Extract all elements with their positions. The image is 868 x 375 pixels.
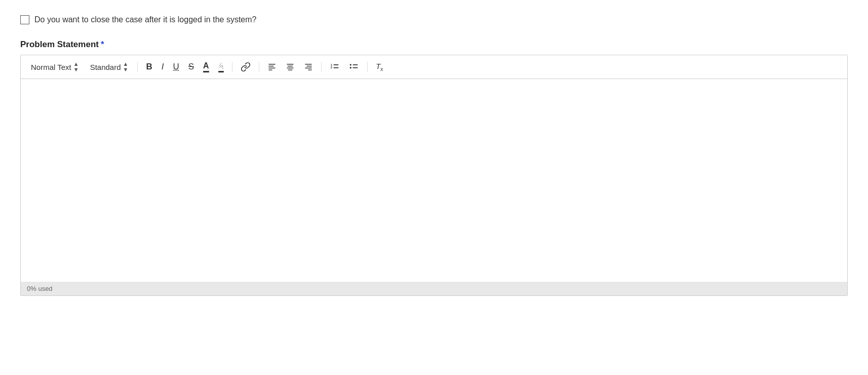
- svg-rect-19: [353, 67, 358, 68]
- svg-rect-8: [305, 64, 312, 65]
- text-color-bar: [203, 71, 209, 72]
- link-button[interactable]: [238, 60, 254, 74]
- divider-4: [321, 62, 322, 72]
- align-center-button[interactable]: [283, 60, 298, 73]
- underline-button[interactable]: U: [170, 60, 182, 74]
- svg-text:2: 2: [331, 66, 333, 69]
- usage-text: 0% used: [27, 285, 53, 292]
- svg-rect-5: [288, 66, 293, 67]
- svg-rect-14: [334, 64, 339, 65]
- svg-point-17: [350, 67, 351, 68]
- svg-rect-7: [288, 69, 293, 70]
- divider-1: [137, 62, 138, 72]
- divider-3: [259, 62, 259, 72]
- svg-rect-4: [287, 64, 294, 65]
- highlight-bar: [218, 71, 224, 72]
- divider-5: [367, 62, 368, 72]
- problem-statement-label: Problem Statement*: [20, 40, 848, 50]
- text-style-select[interactable]: Normal Text ▲▼: [27, 59, 83, 74]
- svg-rect-9: [306, 66, 312, 67]
- text-color-button[interactable]: A: [200, 59, 212, 74]
- italic-button[interactable]: I: [159, 60, 167, 74]
- svg-rect-15: [334, 67, 339, 68]
- editor-footer: 0% used: [21, 282, 847, 295]
- highlight-button[interactable]: A: [215, 60, 227, 74]
- bullet-list-button[interactable]: [346, 60, 362, 74]
- numbered-list-button[interactable]: 1 2: [327, 60, 343, 74]
- svg-rect-10: [305, 68, 312, 69]
- svg-rect-11: [308, 69, 312, 70]
- bold-button[interactable]: B: [143, 60, 155, 74]
- editor-content[interactable]: [21, 79, 847, 282]
- editor-toolbar: Normal Text ▲▼ Standard ▲▼ B I U S A: [21, 55, 847, 79]
- svg-rect-6: [287, 68, 294, 69]
- align-left-button[interactable]: [264, 60, 280, 73]
- align-right-button[interactable]: [301, 60, 316, 73]
- strikethrough-button[interactable]: S: [185, 60, 197, 74]
- font-style-arrows: ▲▼: [123, 61, 129, 72]
- clear-format-button[interactable]: Tx: [373, 60, 386, 74]
- text-style-value: Normal Text: [31, 63, 71, 71]
- svg-point-16: [350, 64, 351, 65]
- svg-rect-3: [268, 69, 272, 70]
- text-style-arrows: ▲▼: [73, 61, 79, 72]
- close-case-label: Do you want to close the case after it i…: [34, 15, 256, 24]
- close-case-checkbox[interactable]: [20, 15, 29, 24]
- svg-rect-18: [353, 64, 358, 65]
- font-style-value: Standard: [90, 63, 121, 71]
- svg-rect-1: [268, 66, 274, 67]
- font-style-select[interactable]: Standard ▲▼: [86, 59, 133, 74]
- svg-rect-2: [268, 68, 275, 69]
- divider-2: [232, 62, 232, 72]
- rich-text-editor: Normal Text ▲▼ Standard ▲▼ B I U S A: [20, 55, 848, 296]
- svg-rect-0: [268, 64, 275, 65]
